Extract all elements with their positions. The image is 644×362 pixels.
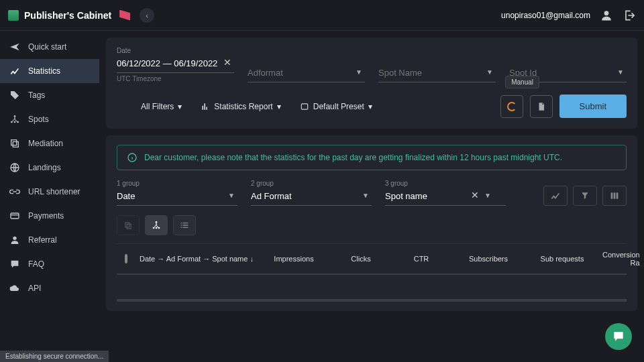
col-conversion[interactable]: Conversion Ra: [602, 251, 640, 267]
stats-report-button[interactable]: Statistics Report ▾: [199, 99, 282, 114]
col-subscribers[interactable]: Subscribers: [455, 255, 522, 263]
spinner-icon: [507, 102, 517, 111]
date-hint: UTC Timezone: [117, 75, 234, 82]
sidebar-item-label: API: [28, 284, 41, 293]
sidebar-item-quickstart[interactable]: Quick start: [0, 35, 99, 59]
network-icon: [9, 114, 20, 125]
group2-field[interactable]: 2 group Ad Format ▼: [251, 180, 372, 206]
svg-rect-10: [611, 192, 613, 198]
user-icon: [9, 235, 20, 245]
sidebar-item-label: Payments: [28, 211, 64, 221]
brand-logo-icon: [8, 10, 19, 21]
report-icon: [201, 102, 210, 111]
export-button[interactable]: [530, 95, 553, 118]
manual-badge[interactable]: Manual: [505, 76, 539, 88]
results-panel: Dear customer, please note that the stat…: [106, 135, 637, 311]
group1-value[interactable]: Date: [117, 188, 237, 206]
sidebar-item-label: Statistics: [28, 66, 60, 76]
default-preset-label: Default Preset: [313, 102, 364, 111]
group1-field[interactable]: 1 group Date ▼: [117, 180, 237, 206]
svg-rect-12: [616, 192, 619, 198]
clear-icon[interactable]: ✕: [223, 57, 231, 68]
columns-view-button[interactable]: [602, 186, 627, 206]
user-email: unopiraso01@gmail.com: [501, 11, 590, 20]
group2-value[interactable]: Ad Format: [251, 188, 372, 206]
default-preset-button[interactable]: Default Preset ▾: [299, 99, 374, 114]
sidebar-item-label: Spots: [28, 115, 49, 124]
tree-mode-button[interactable]: [145, 215, 168, 235]
col-group[interactable]: Date → Ad Format → Spot name ↓: [140, 255, 254, 263]
svg-point-17: [156, 227, 158, 229]
chart-icon: [9, 66, 20, 76]
submit-button[interactable]: Submit: [559, 95, 627, 118]
sidebar-collapse-button[interactable]: ‹: [140, 8, 154, 23]
status-bar: Establishing secure connection...: [0, 351, 109, 362]
col-ctr[interactable]: CTR: [394, 255, 448, 263]
sidebar-item-landings[interactable]: Landings: [0, 156, 99, 180]
sidebar-item-urlshortener[interactable]: URL shortener: [0, 180, 99, 204]
preset-icon: [300, 102, 309, 111]
sidebar-item-spots[interactable]: Spots: [0, 107, 99, 131]
chevron-down-icon: ▾: [277, 102, 281, 111]
chat-fab[interactable]: [605, 323, 632, 350]
table-body: [117, 275, 627, 302]
info-notice: Dear customer, please note that the stat…: [117, 145, 627, 170]
svg-point-16: [153, 227, 155, 229]
spotname-input[interactable]: [378, 65, 496, 82]
document-icon: [537, 102, 546, 111]
clear-icon[interactable]: ✕: [471, 190, 479, 200]
chart-view-button[interactable]: [543, 186, 568, 206]
layers-icon: [9, 138, 20, 149]
refresh-button[interactable]: [500, 95, 523, 118]
sidebar-item-referral[interactable]: Referral: [0, 228, 99, 252]
date-label: Date: [117, 47, 234, 54]
group2-label: 2 group: [251, 180, 372, 187]
sidebar-item-label: Landings: [28, 163, 61, 172]
cloud-icon: [9, 283, 20, 294]
sidebar-item-payments[interactable]: Payments: [0, 204, 99, 228]
chat-icon: [9, 259, 20, 269]
stats-report-label: Statistics Report: [214, 102, 272, 111]
filter-view-button[interactable]: [573, 186, 597, 206]
sidebar-item-api[interactable]: API: [0, 276, 99, 300]
date-value[interactable]: 06/12/2022 — 06/19/2022: [117, 56, 234, 73]
card-icon: [9, 210, 20, 221]
sidebar-item-label: Quick start: [28, 42, 66, 52]
spotname-field[interactable]: ▼: [378, 65, 496, 82]
sidebar-item-label: Mediation: [28, 139, 63, 148]
svg-rect-8: [301, 103, 307, 109]
col-subrequests[interactable]: Sub requests: [529, 255, 596, 263]
all-filters-label: All Filters: [141, 102, 174, 111]
sidebar-item-label: FAQ: [28, 259, 44, 269]
notice-text: Dear customer, please note that the stat…: [144, 153, 562, 162]
group3-field[interactable]: 3 group Spot name ▼ ✕: [385, 180, 506, 206]
table-header: Date → Ad Format → Spot name ↓ Impressio…: [117, 243, 627, 275]
date-field[interactable]: Date 06/12/2022 — 06/19/2022 ✕ UTC Timez…: [117, 47, 234, 82]
sidebar-item-faq[interactable]: FAQ: [0, 252, 99, 276]
logout-icon[interactable]: [623, 9, 636, 22]
copy-mode-button[interactable]: [117, 215, 140, 235]
sidebar-item-mediation[interactable]: Mediation: [0, 131, 99, 156]
list-mode-button[interactable]: [173, 215, 196, 235]
adformat-field[interactable]: ▼: [248, 65, 365, 82]
svg-point-1: [14, 115, 16, 117]
sidebar-item-statistics[interactable]: Statistics: [0, 59, 99, 83]
svg-point-15: [156, 221, 158, 223]
sidebar-item-label: Tags: [28, 90, 45, 100]
sidebar-item-tags[interactable]: Tags: [0, 83, 99, 107]
main-content: Date 06/12/2022 — 06/19/2022 ✕ UTC Timez…: [99, 31, 644, 362]
group3-value[interactable]: Spot name: [385, 188, 506, 206]
group1-label: 1 group: [117, 180, 237, 187]
col-clicks[interactable]: Clicks: [334, 255, 388, 263]
tag-icon: [9, 90, 20, 101]
col-impressions[interactable]: Impressions: [260, 255, 327, 263]
group3-label: 3 group: [385, 180, 506, 187]
adformat-input[interactable]: [248, 65, 365, 82]
select-all-checkbox[interactable]: [125, 254, 127, 263]
account-icon[interactable]: [600, 9, 613, 22]
all-filters-button[interactable]: All Filters ▾: [140, 99, 183, 114]
svg-rect-13: [125, 223, 129, 227]
plane-icon: [9, 42, 20, 52]
brand-title: Publisher's Cabinet: [24, 10, 111, 21]
link-icon: [9, 186, 20, 197]
